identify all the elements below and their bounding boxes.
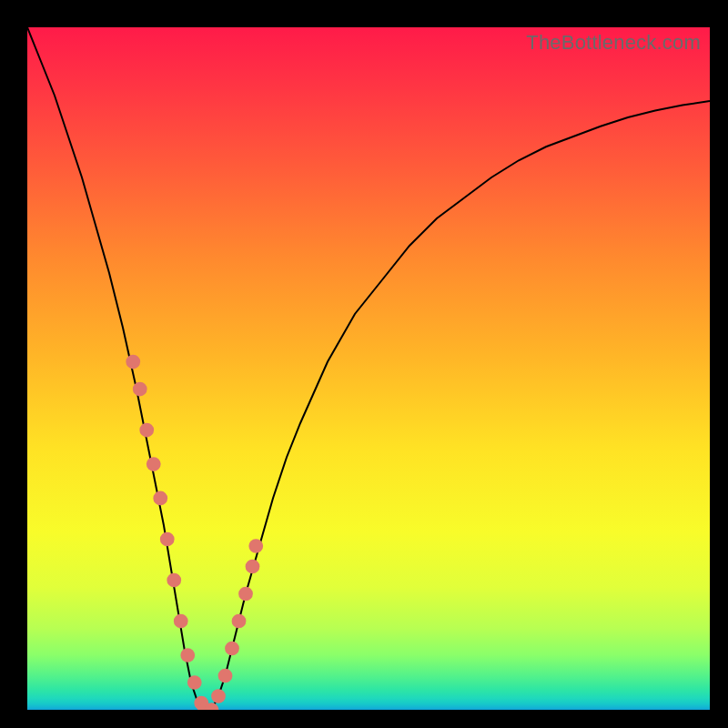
curve-marker xyxy=(225,642,239,656)
curve-markers xyxy=(126,355,263,710)
chart-frame: TheBottleneck.com xyxy=(0,0,728,728)
curve-marker xyxy=(180,648,195,662)
curve-marker xyxy=(147,457,161,471)
curve-marker xyxy=(160,532,175,547)
curve-marker xyxy=(246,560,260,574)
curve-marker xyxy=(126,355,140,369)
chart-overlay xyxy=(27,27,710,710)
curve-marker xyxy=(133,382,147,397)
curve-marker xyxy=(248,539,263,553)
curve-marker xyxy=(187,675,202,690)
curve-marker xyxy=(211,689,226,703)
plot-area: TheBottleneck.com xyxy=(27,27,710,710)
curve-marker xyxy=(232,614,247,629)
curve-marker xyxy=(139,423,154,438)
curve-line xyxy=(27,27,710,710)
curve-marker xyxy=(174,614,188,629)
curve-marker xyxy=(153,491,167,506)
curve-marker xyxy=(167,573,181,588)
curve-marker xyxy=(238,587,253,602)
curve-marker xyxy=(218,669,233,683)
